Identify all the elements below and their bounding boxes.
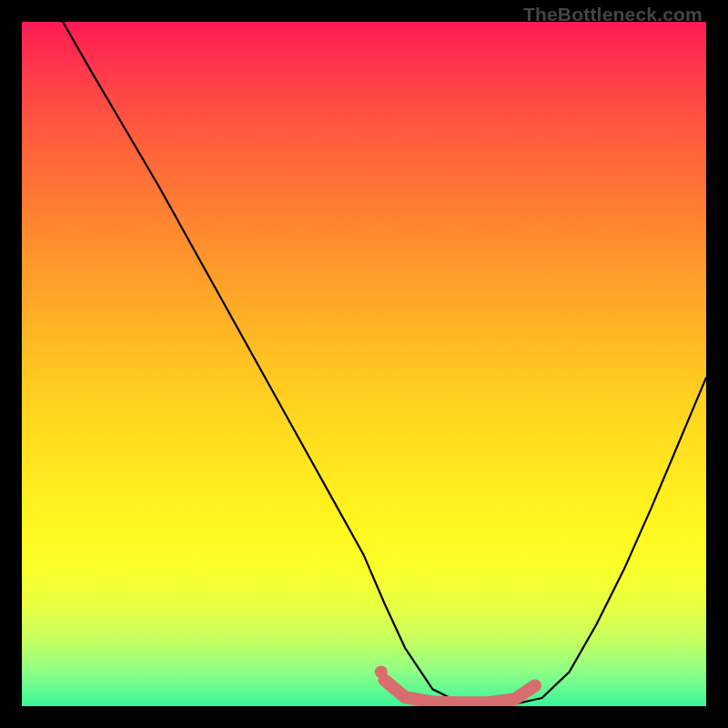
chart-frame: TheBottleneck.com (0, 0, 728, 728)
bottleneck-curve-path (63, 22, 706, 704)
highlight-segment-path (385, 680, 535, 703)
highlight-dot (375, 665, 388, 678)
curve-svg (22, 22, 706, 706)
plot-area (22, 22, 706, 706)
